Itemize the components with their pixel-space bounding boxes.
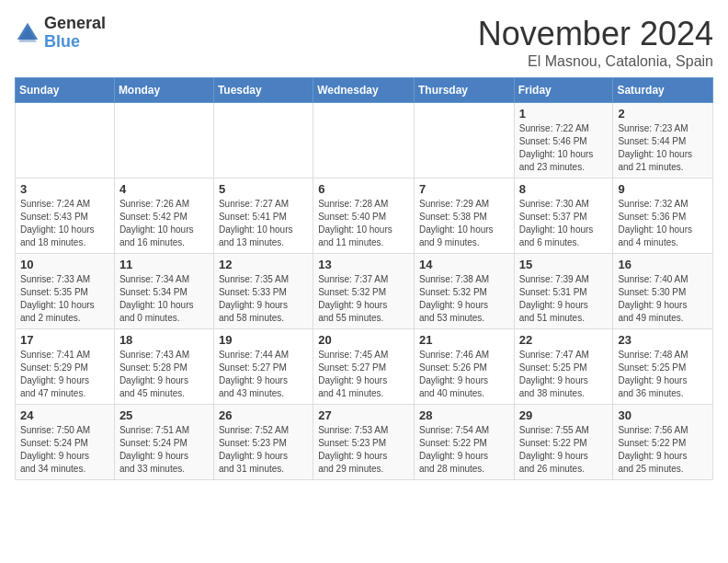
day-detail: Sunrise: 7:56 AM Sunset: 5:22 PM Dayligh… [618, 424, 708, 476]
calendar-cell: 5Sunrise: 7:27 AM Sunset: 5:41 PM Daylig… [213, 178, 313, 254]
calendar-cell: 14Sunrise: 7:38 AM Sunset: 5:32 PM Dayli… [414, 254, 514, 329]
day-number: 13 [318, 258, 409, 271]
calendar-cell [213, 103, 313, 178]
day-detail: Sunrise: 7:52 AM Sunset: 5:23 PM Dayligh… [219, 424, 308, 476]
month-title: November 2024 [478, 15, 713, 53]
header-thursday: Thursday [414, 78, 514, 103]
day-number: 4 [119, 182, 209, 196]
header-monday: Monday [114, 78, 213, 103]
calendar-cell: 20Sunrise: 7:45 AM Sunset: 5:27 PM Dayli… [313, 329, 415, 405]
day-detail: Sunrise: 7:51 AM Sunset: 5:24 PM Dayligh… [119, 424, 209, 476]
day-detail: Sunrise: 7:29 AM Sunset: 5:38 PM Dayligh… [419, 198, 509, 249]
day-detail: Sunrise: 7:26 AM Sunset: 5:42 PM Dayligh… [119, 198, 209, 249]
logo-line2: Blue [44, 33, 106, 52]
day-detail: Sunrise: 7:32 AM Sunset: 5:36 PM Dayligh… [618, 198, 708, 249]
day-detail: Sunrise: 7:38 AM Sunset: 5:32 PM Dayligh… [419, 273, 509, 325]
calendar-cell: 12Sunrise: 7:35 AM Sunset: 5:33 PM Dayli… [213, 254, 313, 329]
day-detail: Sunrise: 7:50 AM Sunset: 5:24 PM Dayligh… [20, 424, 109, 476]
calendar-cell: 11Sunrise: 7:34 AM Sunset: 5:34 PM Dayli… [114, 254, 213, 329]
calendar-cell: 9Sunrise: 7:32 AM Sunset: 5:36 PM Daylig… [613, 178, 713, 254]
day-detail: Sunrise: 7:37 AM Sunset: 5:32 PM Dayligh… [318, 273, 409, 325]
day-number: 30 [618, 408, 708, 422]
day-number: 12 [219, 258, 308, 271]
day-detail: Sunrise: 7:44 AM Sunset: 5:27 PM Dayligh… [219, 349, 308, 400]
calendar-cell: 16Sunrise: 7:40 AM Sunset: 5:30 PM Dayli… [613, 254, 713, 329]
calendar-cell: 17Sunrise: 7:41 AM Sunset: 5:29 PM Dayli… [16, 329, 115, 405]
day-detail: Sunrise: 7:47 AM Sunset: 5:25 PM Dayligh… [519, 349, 609, 400]
calendar-cell: 26Sunrise: 7:52 AM Sunset: 5:23 PM Dayli… [213, 405, 313, 480]
day-detail: Sunrise: 7:40 AM Sunset: 5:30 PM Dayligh… [618, 273, 708, 325]
day-number: 24 [20, 408, 109, 422]
day-number: 8 [519, 182, 609, 196]
header-sunday: Sunday [16, 78, 115, 103]
location: El Masnou, Catalonia, Spain [478, 53, 713, 70]
calendar-week-5: 24Sunrise: 7:50 AM Sunset: 5:24 PM Dayli… [16, 405, 713, 480]
calendar-cell [313, 103, 415, 178]
day-number: 7 [419, 182, 509, 196]
day-number: 14 [419, 258, 509, 271]
calendar-cell: 30Sunrise: 7:56 AM Sunset: 5:22 PM Dayli… [613, 405, 713, 480]
calendar-cell: 8Sunrise: 7:30 AM Sunset: 5:37 PM Daylig… [514, 178, 613, 254]
logo-text: General Blue [44, 15, 106, 52]
calendar-cell: 23Sunrise: 7:48 AM Sunset: 5:25 PM Dayli… [613, 329, 713, 405]
calendar-table: SundayMondayTuesdayWednesdayThursdayFrid… [15, 77, 713, 480]
calendar-cell: 10Sunrise: 7:33 AM Sunset: 5:35 PM Dayli… [16, 254, 115, 329]
day-detail: Sunrise: 7:30 AM Sunset: 5:37 PM Dayligh… [519, 198, 609, 249]
calendar-week-3: 10Sunrise: 7:33 AM Sunset: 5:35 PM Dayli… [16, 254, 713, 329]
day-detail: Sunrise: 7:27 AM Sunset: 5:41 PM Dayligh… [219, 198, 308, 249]
day-number: 25 [119, 408, 209, 422]
header-friday: Friday [514, 78, 613, 103]
day-number: 9 [618, 182, 708, 196]
day-detail: Sunrise: 7:54 AM Sunset: 5:22 PM Dayligh… [419, 424, 509, 476]
calendar-cell: 4Sunrise: 7:26 AM Sunset: 5:42 PM Daylig… [114, 178, 213, 254]
day-detail: Sunrise: 7:53 AM Sunset: 5:23 PM Dayligh… [318, 424, 409, 476]
calendar-cell: 25Sunrise: 7:51 AM Sunset: 5:24 PM Dayli… [114, 405, 213, 480]
logo: General Blue [15, 15, 106, 52]
day-number: 22 [519, 333, 609, 347]
day-number: 18 [119, 333, 209, 347]
header-tuesday: Tuesday [213, 78, 313, 103]
calendar-cell: 27Sunrise: 7:53 AM Sunset: 5:23 PM Dayli… [313, 405, 415, 480]
calendar-cell: 28Sunrise: 7:54 AM Sunset: 5:22 PM Dayli… [414, 405, 514, 480]
day-detail: Sunrise: 7:33 AM Sunset: 5:35 PM Dayligh… [20, 273, 109, 325]
day-detail: Sunrise: 7:34 AM Sunset: 5:34 PM Dayligh… [119, 273, 209, 325]
calendar-cell: 22Sunrise: 7:47 AM Sunset: 5:25 PM Dayli… [514, 329, 613, 405]
day-detail: Sunrise: 7:28 AM Sunset: 5:40 PM Dayligh… [318, 198, 409, 249]
day-number: 26 [219, 408, 308, 422]
day-number: 11 [119, 258, 209, 271]
day-number: 1 [519, 107, 609, 121]
day-number: 16 [618, 258, 708, 271]
calendar-cell: 1Sunrise: 7:22 AM Sunset: 5:46 PM Daylig… [514, 103, 613, 178]
day-number: 5 [219, 182, 308, 196]
day-detail: Sunrise: 7:22 AM Sunset: 5:46 PM Dayligh… [519, 122, 609, 174]
calendar-header-row: SundayMondayTuesdayWednesdayThursdayFrid… [16, 78, 713, 103]
day-detail: Sunrise: 7:23 AM Sunset: 5:44 PM Dayligh… [618, 122, 708, 174]
day-number: 21 [419, 333, 509, 347]
calendar-cell [114, 103, 213, 178]
header-saturday: Saturday [613, 78, 713, 103]
header-wednesday: Wednesday [313, 78, 415, 103]
calendar-cell: 13Sunrise: 7:37 AM Sunset: 5:32 PM Dayli… [313, 254, 415, 329]
day-number: 17 [20, 333, 109, 347]
calendar-cell: 3Sunrise: 7:24 AM Sunset: 5:43 PM Daylig… [16, 178, 115, 254]
calendar-cell: 15Sunrise: 7:39 AM Sunset: 5:31 PM Dayli… [514, 254, 613, 329]
day-number: 10 [20, 258, 109, 271]
day-number: 6 [318, 182, 409, 196]
calendar-cell: 18Sunrise: 7:43 AM Sunset: 5:28 PM Dayli… [114, 329, 213, 405]
day-number: 3 [20, 182, 109, 196]
title-block: November 2024 El Masnou, Catalonia, Spai… [478, 15, 713, 70]
day-detail: Sunrise: 7:35 AM Sunset: 5:33 PM Dayligh… [219, 273, 308, 325]
day-detail: Sunrise: 7:45 AM Sunset: 5:27 PM Dayligh… [318, 349, 409, 400]
day-number: 2 [618, 107, 708, 121]
calendar-cell: 7Sunrise: 7:29 AM Sunset: 5:38 PM Daylig… [414, 178, 514, 254]
day-detail: Sunrise: 7:48 AM Sunset: 5:25 PM Dayligh… [618, 349, 708, 400]
calendar-week-2: 3Sunrise: 7:24 AM Sunset: 5:43 PM Daylig… [16, 178, 713, 254]
day-detail: Sunrise: 7:24 AM Sunset: 5:43 PM Dayligh… [20, 198, 109, 249]
calendar-cell: 24Sunrise: 7:50 AM Sunset: 5:24 PM Dayli… [16, 405, 115, 480]
day-detail: Sunrise: 7:55 AM Sunset: 5:22 PM Dayligh… [519, 424, 609, 476]
day-number: 23 [618, 333, 708, 347]
day-number: 28 [419, 408, 509, 422]
day-number: 27 [318, 408, 409, 422]
day-detail: Sunrise: 7:39 AM Sunset: 5:31 PM Dayligh… [519, 273, 609, 325]
day-detail: Sunrise: 7:41 AM Sunset: 5:29 PM Dayligh… [20, 349, 109, 400]
